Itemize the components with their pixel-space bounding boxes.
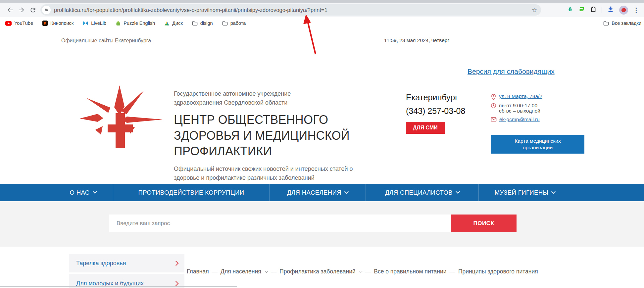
bookmarks-separator [599, 20, 599, 26]
breadcrumb: Главная — Для населения — Профилактика з… [187, 268, 614, 275]
address-link[interactable]: ул. 8 Марта, 78а/2 [499, 93, 542, 99]
nav-item-for-population[interactable]: ДЛЯ НАСЕЛЕНИЯ [269, 184, 366, 201]
site-logo[interactable] [77, 83, 164, 150]
search-input[interactable] [109, 215, 451, 232]
site-subtitle: Официальный источник свежих новостей и и… [174, 165, 358, 182]
breadcrumb-proper-nutrition[interactable]: Все о правильном питании [374, 268, 446, 275]
contacts-block: ул. 8 Марта, 78а/2 пн-пт 9:00-17:00 сб-в… [491, 93, 590, 125]
bookmarks-bar: YouTube К Кинопоиск LiveLib Puzzle Engli… [0, 17, 644, 29]
for-press-button[interactable]: ДЛЯ СМИ [406, 122, 445, 134]
org-type-text: Государственное автономное учреждение зд… [174, 89, 303, 107]
downloads-icon[interactable] [607, 6, 614, 14]
chevron-down-icon [344, 189, 349, 194]
site-info-icon[interactable] [42, 6, 51, 14]
profile-avatar[interactable] [619, 6, 628, 15]
bookmark-folder-rabota[interactable]: работа [222, 21, 246, 26]
toolbar-extensions: ⋮ [546, 6, 641, 15]
accessibility-version-link[interactable]: Версия для слабовидящих [468, 68, 555, 75]
menu-kebab-icon[interactable]: ⋮ [633, 7, 639, 13]
city-label: Екатеринбург [406, 93, 465, 102]
datetime-text: 11:59, 23 мая 2024, четверг [384, 37, 449, 43]
bookmark-kinopoisk[interactable]: К Кинопоиск [42, 21, 74, 26]
org-identity: Государственное автономное учреждение зд… [174, 89, 372, 182]
toolbar-separator [602, 7, 602, 13]
nav-item-anticorruption[interactable]: ПРОТИВОДЕЙСТВИЕ КОРРУПЦИИ [113, 184, 269, 201]
breadcrumb-current-page: Принципы здорового питания [458, 268, 538, 275]
breadcrumb-for-population[interactable]: Для населения [221, 268, 261, 275]
chevron-down-icon [456, 189, 460, 194]
working-hours-weekend: сб-вс – выходной [499, 108, 590, 114]
kinopoisk-icon: К [42, 21, 48, 26]
back-icon[interactable] [5, 4, 16, 16]
nav-item-for-specialists[interactable]: ДЛЯ СПЕЦИАЛИСТОВ [366, 184, 478, 201]
breadcrumb-home[interactable]: Главная [187, 268, 209, 275]
puzzle-english-icon [116, 21, 121, 26]
all-bookmarks-button[interactable]: Все закладки [603, 21, 641, 26]
bookmark-star-icon[interactable]: ☆ [531, 7, 537, 13]
window-edge-artifact [0, 286, 237, 287]
chevron-down-icon [359, 269, 363, 273]
chevron-down-icon [551, 189, 556, 194]
forward-icon[interactable] [16, 4, 27, 16]
bookmark-disk[interactable]: Диск [164, 21, 183, 26]
phone-number: (343) 257-03-08 [406, 106, 465, 116]
search-button[interactable]: ПОИСК [451, 215, 517, 232]
clock-icon [491, 103, 496, 109]
extension-z-icon[interactable] [578, 6, 585, 14]
browser-toolbar: profilaktica.ru/for-population/profilakt… [0, 3, 644, 17]
medical-orgs-map-button[interactable]: Карта медицинских организаций [491, 135, 584, 154]
chevron-right-icon [173, 281, 179, 286]
chevron-down-icon [265, 269, 268, 273]
official-sites-link[interactable]: Официальные сайты Екатеринбурга [61, 38, 151, 44]
nav-item-about[interactable]: О НАС [53, 184, 113, 201]
sidebar-item-health-plate[interactable]: Тарелка здоровья [69, 254, 184, 272]
browser-window: profilaktica.ru/for-population/profilakt… [0, 0, 644, 288]
youtube-icon [5, 21, 12, 26]
bookmark-folder-disign[interactable]: disign [192, 21, 213, 26]
url-text[interactable]: profilaktica.ru/for-population/profilakt… [54, 7, 529, 13]
bookmark-livelib[interactable]: LiveLib [83, 21, 106, 26]
email-link[interactable]: ek-gcmp@mail.ru [499, 117, 540, 122]
main-navigation: О НАС ПРОТИВОДЕЙСТВИЕ КОРРУПЦИИ ДЛЯ НАСЕ… [0, 184, 644, 201]
email-icon [491, 117, 497, 122]
svg-text:К: К [44, 21, 46, 25]
reload-icon[interactable] [27, 4, 38, 16]
google-drive-icon [164, 21, 170, 26]
bookmark-youtube[interactable]: YouTube [5, 21, 33, 26]
extension-leaf-icon[interactable] [567, 6, 573, 14]
folder-icon [222, 21, 228, 26]
chevron-down-icon [93, 189, 97, 194]
livelib-icon [83, 21, 88, 26]
url-bar[interactable]: profilaktica.ru/for-population/profilakt… [40, 4, 541, 16]
folder-icon [603, 21, 609, 26]
site-title: ЦЕНТР ОБЩЕСТВЕННОГО ЗДОРОВЬЯ И МЕДИЦИНСК… [174, 112, 359, 159]
nav-item-hygiene-museum[interactable]: МУЗЕЙ ГИГИЕНЫ [478, 184, 571, 201]
folder-icon [192, 21, 198, 26]
chevron-right-icon [173, 261, 179, 266]
bookmark-puzzle-english[interactable]: Puzzle English [116, 21, 155, 26]
extension-jar-icon[interactable] [590, 6, 597, 14]
window-titlebar-edge [0, 0, 644, 3]
location-pin-icon [491, 94, 496, 100]
breadcrumb-disease-prevention[interactable]: Профилактика заболеваний [279, 268, 356, 275]
